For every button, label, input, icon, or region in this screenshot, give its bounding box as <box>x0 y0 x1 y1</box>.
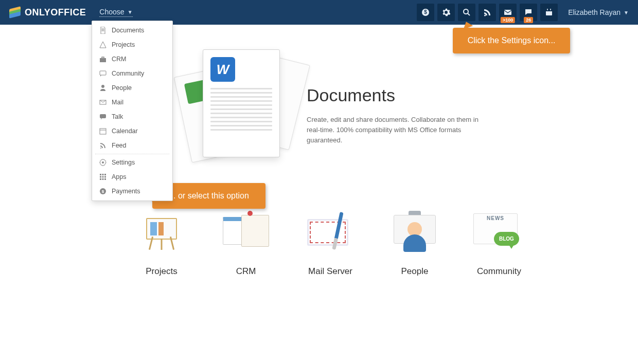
chat-badge: 26 <box>524 17 533 23</box>
menu-label: Projects <box>112 41 135 48</box>
svg-point-14 <box>101 85 104 88</box>
menu-label: Documents <box>112 27 144 34</box>
mail-badge: >100 <box>501 17 515 23</box>
user-menu[interactable]: Elizabeth Rayan ▼ <box>568 8 629 16</box>
menu-item-projects[interactable]: Projects <box>92 38 172 52</box>
calendar-icon[interactable] <box>540 4 558 21</box>
documents-illustration: W <box>182 44 293 168</box>
callout-settings-icon: Click the Settings icon... <box>453 28 570 53</box>
people-icon <box>99 84 107 92</box>
svg-rect-23 <box>100 176 101 178</box>
choose-module-dropdown[interactable]: Choose ▼ <box>99 8 132 17</box>
talk-icon <box>99 113 107 120</box>
tile-crm[interactable]: CRM <box>204 210 288 277</box>
crm-icon <box>99 56 107 63</box>
menu-separator <box>95 154 169 154</box>
svg-text:$: $ <box>424 9 427 15</box>
caret-down-icon: ▼ <box>128 9 133 15</box>
svg-point-2 <box>464 9 468 14</box>
tile-label: People <box>373 266 457 277</box>
svg-rect-20 <box>100 174 101 175</box>
search-icon[interactable] <box>458 4 475 21</box>
svg-rect-12 <box>100 58 106 62</box>
svg-text:$: $ <box>102 189 104 194</box>
menu-label: Apps <box>112 173 127 180</box>
hero-text: Documents Create, edit and share documen… <box>307 44 482 168</box>
chat-icon[interactable]: 26 <box>520 4 537 21</box>
hero-title: Documents <box>307 85 482 105</box>
apps-icon <box>99 173 107 180</box>
calendar-icon <box>99 128 107 135</box>
svg-rect-25 <box>104 176 106 178</box>
document-icon <box>99 27 107 34</box>
caret-down-icon: ▼ <box>624 10 629 15</box>
menu-label: Community <box>112 70 144 77</box>
menu-label: People <box>112 84 132 92</box>
tile-mailserver[interactable]: Mail Server <box>288 210 373 277</box>
blog-badge: BLOG <box>494 232 519 246</box>
menu-item-payments[interactable]: $ Payments <box>92 184 172 198</box>
payments-icon: $ <box>99 188 107 195</box>
tile-projects[interactable]: Projects <box>119 210 204 277</box>
menu-item-feed[interactable]: Feed <box>92 138 172 153</box>
feed-icon[interactable] <box>478 4 496 21</box>
settings-icon[interactable] <box>437 4 455 21</box>
menu-label: Payments <box>112 188 140 195</box>
tile-label: CRM <box>204 266 288 277</box>
menu-label: Feed <box>112 142 127 149</box>
svg-rect-28 <box>104 178 106 180</box>
menu-label: Mail <box>112 99 123 106</box>
tile-community[interactable]: BLOG Community <box>457 210 541 277</box>
choose-dropdown-menu: Documents Projects CRM Community People … <box>92 21 173 201</box>
menu-item-crm[interactable]: CRM <box>92 52 172 66</box>
hero-section: W Documents Create, edit and share docum… <box>182 44 482 168</box>
feed-icon <box>99 142 107 149</box>
svg-rect-24 <box>102 176 104 178</box>
menu-item-people[interactable]: People <box>92 81 172 95</box>
svg-rect-13 <box>100 71 106 75</box>
menu-item-community[interactable]: Community <box>92 66 172 81</box>
choose-label: Choose <box>99 8 124 16</box>
menu-item-apps[interactable]: Apps <box>92 170 172 184</box>
user-name: Elizabeth Rayan <box>568 8 621 16</box>
menu-item-mail[interactable]: Mail <box>92 95 172 110</box>
svg-rect-4 <box>504 10 511 15</box>
mailserver-tile-icon <box>288 210 373 256</box>
hero-description: Create, edit and share documents. Collab… <box>307 115 482 145</box>
word-icon: W <box>210 57 235 82</box>
menu-label: Talk <box>112 113 123 120</box>
tile-people[interactable]: People <box>373 210 457 277</box>
menu-item-calendar[interactable]: Calendar <box>92 124 172 138</box>
svg-line-3 <box>468 13 470 15</box>
tile-label: Mail Server <box>288 266 373 277</box>
mail-icon[interactable]: >100 <box>499 4 517 21</box>
header-right: $ >100 26 Elizabeth Rayan ▼ <box>414 4 629 21</box>
projects-tile-icon <box>119 210 204 256</box>
community-tile-icon: BLOG <box>457 210 541 256</box>
brand-name: ONLYOFFICE <box>25 7 86 18</box>
svg-rect-26 <box>100 178 101 180</box>
onlyoffice-logo-icon <box>9 7 21 18</box>
svg-rect-6 <box>546 10 552 11</box>
brand-logo[interactable]: ONLYOFFICE <box>9 7 86 18</box>
projects-icon <box>99 41 107 48</box>
menu-label: CRM <box>112 56 126 63</box>
svg-rect-17 <box>100 129 106 134</box>
mail-icon <box>99 99 107 106</box>
menu-label: Settings <box>112 159 135 166</box>
module-tiles: Projects CRM Mail Server People BLOG Com… <box>119 210 541 277</box>
svg-rect-27 <box>102 178 104 180</box>
tile-label: Community <box>457 266 541 277</box>
svg-rect-21 <box>102 174 104 175</box>
crm-tile-icon <box>204 210 288 256</box>
menu-item-settings[interactable]: Settings <box>92 155 172 170</box>
currency-icon[interactable]: $ <box>417 4 434 21</box>
tile-label: Projects <box>119 266 204 277</box>
settings-icon <box>99 159 107 166</box>
community-icon <box>99 70 107 77</box>
people-tile-icon <box>373 210 457 256</box>
svg-point-19 <box>102 161 104 163</box>
menu-item-documents[interactable]: Documents <box>92 23 172 38</box>
menu-item-talk[interactable]: Talk <box>92 110 172 124</box>
menu-label: Calendar <box>112 128 138 135</box>
